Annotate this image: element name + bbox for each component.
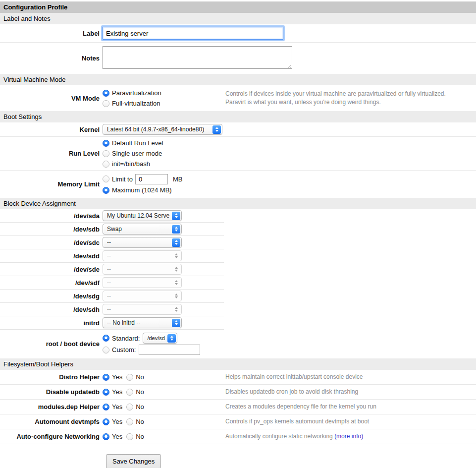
helper-help-text: Automatically configure static networkin…	[222, 432, 363, 441]
select-value: --	[107, 279, 111, 286]
select-value: --	[107, 239, 111, 246]
option-label: Standard:	[109, 335, 140, 342]
helper-row-distro-helper: Distro Helper Yes No Helps maintain corr…	[0, 370, 476, 385]
helper-label: Disable updatedb	[0, 388, 103, 396]
modules-dep-yes[interactable]: Yes	[103, 402, 122, 412]
option-label: No	[133, 403, 144, 410]
root-boot-option-custom[interactable]: Custom:	[103, 345, 136, 355]
device-sda-select[interactable]: My Ubuntu 12.04 Server	[103, 210, 182, 221]
kernel-select[interactable]: Latest 64 bit (4.9.7-x86_64-linode80)	[103, 124, 222, 135]
help-line: Paravirt is what you want, unless you're…	[225, 98, 446, 107]
section-header-boot-settings: Boot Settings	[0, 111, 476, 122]
device-row-sdg: /dev/sdg --	[0, 290, 224, 303]
modules-dep-no[interactable]: No	[126, 402, 144, 412]
radio-unselected-icon	[126, 418, 133, 425]
device-sdb-select[interactable]: Swap	[103, 224, 182, 234]
radio-unselected-icon	[126, 404, 133, 410]
device-label: /dev/sdc	[0, 239, 103, 246]
device-sdh-select: --	[103, 304, 182, 315]
device-row-sdb: /dev/sdb Swap	[0, 223, 224, 236]
device-row-sdh: /dev/sdh --	[0, 303, 224, 316]
help-text: Automatically configure static networkin…	[225, 433, 333, 440]
device-sdd-select: --	[103, 250, 182, 261]
option-label: No	[133, 418, 144, 425]
block-device-table: /dev/sda My Ubuntu 12.04 Server /dev/sdb…	[0, 209, 224, 358]
radio-selected-icon	[103, 389, 109, 396]
select-stepper-icon	[172, 225, 180, 234]
helper-row-disable-updatedb: Disable updatedb Yes No Disables updated…	[0, 385, 476, 400]
device-sde-select: --	[103, 264, 182, 275]
option-label: Yes	[109, 373, 122, 381]
run-level-option-default[interactable]: Default Run Level	[103, 138, 222, 148]
device-label: /dev/sdg	[0, 292, 103, 300]
select-value: /dev/sda	[147, 335, 165, 341]
radio-selected-icon	[103, 404, 109, 410]
radio-unselected-icon	[126, 389, 133, 396]
auto-configure-networking-no[interactable]: No	[126, 431, 144, 442]
device-row-sda: /dev/sda My Ubuntu 12.04 Server	[0, 209, 224, 223]
section-header-filesystem-boot-helpers: Filesystem/Boot Helpers	[0, 358, 476, 370]
vm-mode-option-full-virtualization[interactable]: Full-virtualization	[103, 98, 222, 109]
select-stepper-icon	[172, 252, 180, 260]
memory-limit-option-maximum[interactable]: Maximum (1024 MB)	[103, 185, 222, 195]
memory-limit-row: Memory Limit Limit to MB Maximum (1024 M…	[0, 171, 476, 198]
root-boot-device-label: root / boot device	[0, 340, 103, 348]
memory-limit-unit: MB	[173, 176, 183, 183]
distro-helper-yes[interactable]: Yes	[103, 372, 122, 382]
notes-textarea[interactable]	[103, 46, 292, 69]
select-stepper-icon	[172, 238, 180, 247]
custom-device-input[interactable]	[139, 345, 200, 355]
radio-unselected-icon	[103, 161, 109, 168]
run-level-label: Run Level	[0, 150, 103, 157]
option-label: Yes	[109, 418, 122, 425]
vm-mode-option-paravirtualization[interactable]: Paravirtualization	[103, 88, 222, 98]
save-changes-button[interactable]: Save Changes	[106, 454, 161, 468]
run-level-row: Run Level Default Run Level Single user …	[0, 137, 476, 171]
option-label: No	[133, 373, 144, 381]
helper-help-text: Controls if pv_ops kernels automount dev…	[222, 417, 369, 426]
memory-limit-input[interactable]	[135, 174, 168, 184]
helper-help-text: Creates a modules dependency file for th…	[222, 403, 376, 411]
kernel-select-value: Latest 64 bit (4.9.7-x86_64-linode80)	[107, 126, 204, 133]
run-level-option-init-bin-bash[interactable]: init=/bin/bash	[103, 159, 222, 169]
memory-limit-option-limit-to[interactable]: Limit to	[103, 174, 133, 184]
standard-device-select[interactable]: /dev/sda	[143, 333, 177, 344]
radio-selected-icon	[103, 335, 109, 342]
select-value: --	[107, 292, 111, 299]
option-label: Single user mode	[109, 150, 162, 157]
automount-devtmpfs-no[interactable]: No	[126, 416, 144, 427]
select-value: My Ubuntu 12.04 Server	[107, 212, 169, 219]
device-row-sdc: /dev/sdc --	[0, 236, 224, 249]
select-stepper-icon	[172, 212, 180, 220]
helper-row-auto-configure-networking: Auto-configure Networking Yes No Automat…	[0, 429, 476, 444]
initrd-select[interactable]: -- No initrd --	[103, 317, 182, 328]
radio-unselected-icon	[126, 433, 133, 440]
help-line: Controls if devices inside your virtual …	[225, 90, 446, 98]
more-info-link[interactable]: (more info)	[334, 433, 363, 440]
label-row: Label	[0, 24, 476, 43]
label-input[interactable]	[103, 27, 283, 40]
notes-row: Notes	[0, 43, 476, 74]
device-sdf-select: --	[103, 277, 182, 288]
select-stepper-icon	[172, 319, 180, 327]
section-header-virtual-machine-mode: Virtual Machine Mode	[0, 74, 476, 85]
helper-help-text: Disables updatedb cron job to avoid disk…	[222, 388, 358, 396]
select-value: -- No initrd --	[107, 319, 140, 326]
root-boot-option-standard[interactable]: Standard:	[103, 333, 140, 344]
radio-unselected-icon	[103, 347, 109, 353]
disable-updatedb-no[interactable]: No	[126, 387, 144, 397]
run-level-option-single-user[interactable]: Single user mode	[103, 148, 222, 159]
root-boot-device-row: root / boot device Standard: /dev/sda	[0, 330, 224, 358]
radio-unselected-icon	[103, 150, 109, 157]
option-label: No	[133, 433, 144, 440]
disable-updatedb-yes[interactable]: Yes	[103, 387, 122, 397]
option-label: Default Run Level	[109, 139, 163, 147]
distro-helper-no[interactable]: No	[126, 372, 144, 382]
device-sdc-select[interactable]: --	[103, 237, 182, 248]
select-stepper-icon	[172, 265, 180, 274]
auto-configure-networking-yes[interactable]: Yes	[103, 431, 122, 442]
automount-devtmpfs-yes[interactable]: Yes	[103, 416, 122, 427]
helper-help-text: Helps maintain correct inittab/upstart c…	[222, 373, 363, 381]
save-area: Save Changes	[0, 444, 476, 468]
helper-row-modules-dep: modules.dep Helper Yes No Creates a modu…	[0, 400, 476, 414]
